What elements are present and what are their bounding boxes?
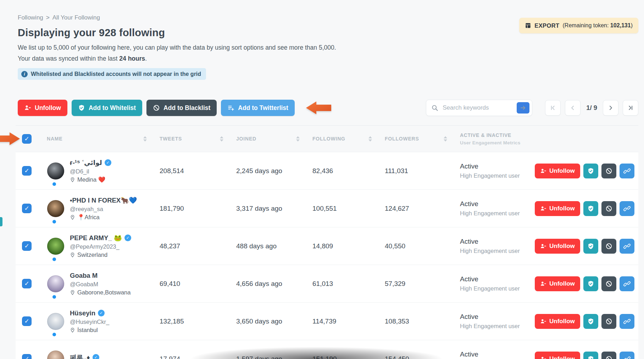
last-page-button[interactable] — [623, 100, 638, 116]
column-header-joined[interactable]: JOINED — [232, 136, 308, 142]
engagement-label: High Engagement user — [460, 285, 529, 292]
breadcrumb-all-following[interactable]: All Your Following — [52, 14, 100, 21]
column-label-following: FOLLOWING — [312, 136, 345, 142]
column-header-name[interactable]: NAME — [43, 136, 155, 142]
row-checkbox[interactable] — [22, 316, 32, 326]
avatar[interactable] — [47, 350, 64, 359]
user-handle[interactable]: @D6_il — [70, 168, 111, 175]
row-blacklist-button[interactable] — [601, 164, 616, 178]
avatar-image — [47, 200, 64, 217]
following-value: 100,551 — [308, 205, 381, 212]
row-checkbox[interactable] — [22, 204, 32, 213]
token-prefix: (Remaining token: — [563, 22, 610, 28]
joined-value: 488 days ago — [232, 242, 308, 250]
row-whitelist-button[interactable] — [583, 276, 598, 291]
first-page-button[interactable] — [545, 100, 561, 116]
row-whitelist-button[interactable] — [583, 352, 598, 359]
row-blacklist-button[interactable] — [601, 352, 616, 359]
avatar[interactable] — [47, 200, 64, 217]
row-blacklist-button[interactable] — [601, 314, 616, 329]
row-actions: Unfollow — [529, 276, 638, 291]
active-status-dot — [52, 295, 56, 299]
row-link-button[interactable] — [620, 164, 634, 178]
select-all-checkbox[interactable] — [22, 134, 32, 144]
row-unfollow-label: Unfollow — [549, 205, 575, 212]
avatar[interactable] — [47, 162, 64, 180]
user-name[interactable]: ғ-¹⁵ ʿلوائي — [70, 159, 102, 167]
row-checkbox[interactable] — [22, 241, 32, 251]
next-page-button[interactable] — [603, 100, 618, 116]
row-blacklist-button[interactable] — [601, 239, 616, 254]
row-unfollow-button[interactable]: Unfollow — [535, 164, 580, 178]
row-link-button[interactable] — [620, 276, 634, 291]
engagement-cell: Active High Engagement user — [456, 275, 529, 292]
user-cell: •PHD I N FOREX🐂💙 @reeyah_sa 📍Africa — [43, 197, 155, 221]
page-indicator: 1/ 9 — [586, 104, 597, 112]
export-button[interactable]: EXPORT (Remaining token: 102,131) — [519, 18, 638, 33]
user-name[interactable]: PEPE ARMY_ 🐸 — [70, 234, 122, 242]
prev-page-button[interactable] — [565, 100, 581, 116]
person-remove-icon — [24, 104, 31, 111]
row-unfollow-button[interactable]: Unfollow — [535, 352, 580, 359]
export-token-text: (Remaining token: 102,131) — [563, 22, 633, 29]
breadcrumb-following[interactable]: Following — [18, 14, 43, 21]
row-link-button[interactable] — [620, 201, 634, 216]
row-blacklist-button[interactable] — [601, 201, 616, 216]
add-to-twitterlist-button[interactable]: Add to Twitterlist — [221, 100, 295, 116]
user-handle[interactable]: @GoabaM — [70, 281, 131, 288]
row-checkbox[interactable] — [22, 354, 32, 359]
row-whitelist-button[interactable] — [583, 201, 598, 216]
avatar[interactable] — [47, 275, 64, 292]
row-unfollow-button[interactable]: Unfollow — [535, 276, 580, 291]
row-checkbox[interactable] — [22, 279, 32, 288]
row-whitelist-button[interactable] — [583, 239, 598, 254]
add-to-whitelist-button[interactable]: Add to Whitelist — [72, 100, 142, 116]
user-cell: Hüseyin @HuseyinCkr_ İstanbul — [43, 309, 155, 333]
column-label-tweets: TWEETS — [160, 136, 182, 142]
user-cell: ғ-¹⁵ ʿلوائي @D6_il Medina ❤️ — [43, 159, 155, 183]
engagement-cell: Active High Engagement user — [456, 313, 529, 330]
row-whitelist-button[interactable] — [583, 314, 598, 329]
bulk-unfollow-button[interactable]: Unfollow — [18, 100, 67, 116]
row-checkbox[interactable] — [22, 166, 32, 176]
row-blacklist-button[interactable] — [601, 276, 616, 291]
chevron-right-icon — [607, 104, 614, 111]
tweets-value: 208,514 — [155, 167, 232, 175]
search-input[interactable] — [442, 104, 513, 112]
row-link-button[interactable] — [620, 352, 634, 359]
row-unfollow-label: Unfollow — [549, 167, 575, 175]
row-unfollow-button[interactable]: Unfollow — [535, 201, 580, 216]
user-name[interactable]: Goaba M — [70, 272, 98, 280]
avatar[interactable] — [47, 313, 64, 330]
column-header-tweets[interactable]: TWEETS — [155, 136, 232, 142]
avatar[interactable] — [47, 238, 64, 255]
export-label: EXPORT — [534, 22, 559, 29]
ban-icon — [605, 167, 612, 175]
user-name[interactable]: 페루..♦ — [70, 353, 90, 359]
location-text: Medina ❤️ — [77, 176, 105, 183]
user-handle[interactable]: @HuseyinCkr_ — [70, 319, 109, 325]
verified-badge-icon — [93, 354, 99, 359]
engagement-cell: Active High Engagement user — [456, 238, 529, 254]
add-to-blacklist-button[interactable]: Add to Blacklist — [146, 100, 217, 116]
user-identity: Hüseyin @HuseyinCkr_ İstanbul — [70, 309, 109, 333]
user-handle[interactable]: @reeyah_sa — [70, 206, 137, 212]
row-unfollow-button[interactable]: Unfollow — [535, 314, 580, 329]
column-header-following[interactable]: FOLLOWING — [308, 136, 381, 142]
user-name[interactable]: •PHD I N FOREX🐂💙 — [70, 197, 137, 204]
user-name[interactable]: Hüseyin — [70, 309, 95, 317]
column-header-followers[interactable]: FOLLOWERS — [381, 136, 456, 142]
location-text: İstanbul — [77, 327, 98, 333]
person-remove-icon — [540, 168, 546, 174]
row-link-button[interactable] — [620, 239, 634, 254]
search-submit-button[interactable] — [517, 102, 529, 114]
row-link-button[interactable] — [620, 314, 634, 329]
joined-value: 4,656 days ago — [232, 280, 308, 288]
ban-icon — [605, 355, 612, 359]
user-handle[interactable]: @PepeArmy2023_ — [70, 243, 131, 250]
tweets-value: 17,974 — [155, 355, 232, 359]
row-whitelist-button[interactable] — [583, 164, 598, 178]
row-unfollow-button[interactable]: Unfollow — [535, 239, 580, 254]
token-value: 102,131 — [610, 22, 631, 28]
following-value: 14,809 — [308, 242, 381, 250]
